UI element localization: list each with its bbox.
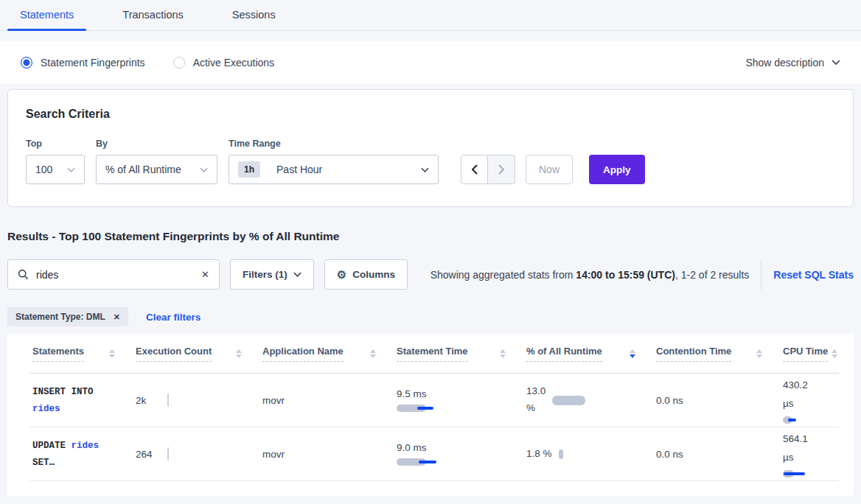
table-row: INSERT INTOrides2kmovr9.5 ms13.0%0.0 ns4… (29, 374, 839, 427)
statement-text: UPDATE (32, 441, 72, 451)
sort-icons[interactable] (500, 349, 506, 358)
cpu-time-cell: 564.1µs (780, 430, 839, 477)
clear-filters-link[interactable]: Clear filters (146, 312, 201, 323)
remove-filter-icon[interactable]: ✕ (114, 312, 120, 322)
pct-runtime-bar (552, 396, 585, 405)
application-name-cell: movr (259, 395, 394, 406)
column-header-contention-time[interactable]: Contention Time (653, 346, 780, 362)
by-select[interactable]: % of All Runtime (96, 155, 217, 184)
prev-time-button[interactable] (461, 155, 488, 184)
sort-asc-icon (370, 349, 376, 353)
statement-cell: UPDATE ridesSET… (29, 437, 133, 470)
results-heading: Results - Top 100 Statement Fingerprints… (7, 230, 854, 243)
search-input[interactable]: rides ✕ (7, 259, 220, 290)
sort-desc-icon (832, 354, 837, 358)
show-description-toggle[interactable]: Show description (745, 57, 840, 69)
sort-icons[interactable] (236, 349, 242, 358)
statement-time-bar (397, 405, 442, 412)
sort-icons[interactable] (832, 349, 837, 358)
column-header-statements[interactable]: Statements (29, 346, 133, 362)
execution-count-cell: 2k (133, 395, 259, 406)
cpu-time-value: 430.2µs (783, 377, 839, 413)
by-label: By (96, 139, 217, 149)
statement-link[interactable]: rides (72, 441, 100, 451)
radio-label: Statement Fingerprints (41, 57, 145, 69)
cpu-time-bar (783, 470, 818, 477)
by-value: % of All Runtime (105, 164, 181, 175)
chevron-down-icon (67, 167, 75, 172)
statement-link[interactable]: rides (32, 404, 60, 414)
gear-icon: ⚙ (337, 269, 346, 280)
columns-button[interactable]: ⚙ Columns (324, 259, 408, 290)
search-icon (18, 269, 29, 280)
column-header-cpu-time[interactable]: CPU Time (780, 346, 839, 362)
bar-mean-marker (788, 419, 796, 421)
time-range-label: Time Range (229, 139, 439, 149)
tab-statements[interactable]: Statements (7, 0, 86, 30)
time-nav-group (461, 155, 515, 184)
chevron-down-icon (421, 167, 429, 172)
contention-time-cell: 0.0 ns (653, 449, 780, 460)
top-select[interactable]: 100 (26, 155, 85, 184)
chevron-down-icon (200, 167, 208, 172)
apply-button[interactable]: Apply (589, 155, 645, 184)
radio-active-executions[interactable]: Active Executions (173, 57, 275, 69)
cpu-time-bar (783, 416, 818, 424)
search-value: rides (36, 269, 201, 281)
sort-icons[interactable] (756, 349, 762, 358)
columns-label: Columns (352, 269, 395, 280)
sort-asc-icon (630, 349, 635, 353)
clear-search-icon[interactable]: ✕ (201, 269, 209, 280)
sort-asc-icon (109, 349, 115, 353)
radio-selected-icon (21, 57, 32, 69)
column-header-execution-count[interactable]: Execution Count (133, 346, 259, 362)
column-header-label: Execution Count (136, 346, 212, 362)
tab-transactions[interactable]: Transactions (110, 0, 195, 30)
top-tabbar: Statements Transactions Sessions (0, 0, 861, 31)
column-header-label: Statement Time (397, 346, 468, 362)
sort-asc-icon (756, 349, 762, 353)
bar-mean-marker (417, 407, 433, 410)
view-toggle-bar: Statement Fingerprints Active Executions… (0, 41, 861, 83)
sort-desc-icon (370, 354, 376, 358)
execution-count-bar (167, 447, 169, 461)
sort-desc-icon (109, 354, 115, 358)
now-button[interactable]: Now (526, 155, 573, 184)
statement-text: INSERT INTO (32, 387, 94, 397)
statement-text: SET… (32, 458, 55, 468)
contention-time-value: 0.0 ns (656, 395, 683, 406)
filters-label: Filters (1) (243, 269, 287, 280)
filter-chip-label: Statement Type: DML (15, 312, 105, 322)
table-body: INSERT INTOrides2kmovr9.5 ms13.0%0.0 ns4… (29, 374, 839, 481)
sort-desc-icon (756, 354, 762, 358)
statement-time-cell: 9.5 ms (394, 388, 523, 412)
tab-sessions[interactable]: Sessions (220, 0, 288, 30)
reset-sql-stats-link[interactable]: Reset SQL Stats (773, 269, 854, 281)
sort-asc-icon (500, 349, 506, 353)
top-field: Top 100 (26, 139, 85, 184)
sort-asc-icon (236, 349, 242, 353)
next-time-button[interactable] (488, 155, 515, 184)
column-header-application-name[interactable]: Application Name (259, 346, 394, 362)
aggregated-stats-text: Showing aggregated stats from 14:00 to 1… (430, 269, 750, 281)
search-criteria-form: Top 100 By % of All Runtime Time Range 1… (26, 139, 835, 184)
execution-count-value: 2k (136, 395, 146, 406)
column-header-of-all-runtime[interactable]: % of All Runtime (523, 346, 653, 362)
sort-icons[interactable] (630, 349, 635, 358)
application-name-cell: movr (259, 449, 394, 460)
statement-cell: INSERT INTOrides (29, 383, 133, 416)
column-header-statement-time[interactable]: Statement Time (394, 346, 523, 362)
pct-runtime-value: 1.8 % (526, 446, 552, 463)
execution-count-cell: 264 (133, 449, 259, 460)
time-range-select[interactable]: 1h Past Hour (229, 155, 439, 184)
filters-button[interactable]: Filters (1) (230, 259, 314, 290)
table-header-row: StatementsExecution CountApplication Nam… (29, 334, 839, 374)
contention-time-cell: 0.0 ns (653, 395, 780, 406)
radio-statement-fingerprints[interactable]: Statement Fingerprints (21, 57, 145, 69)
column-header-label: Application Name (262, 346, 344, 362)
statement-time-value: 9.5 ms (397, 388, 427, 399)
sort-icons[interactable] (109, 349, 115, 358)
sort-icons[interactable] (370, 349, 376, 358)
statement-time-cell: 9.0 ms (394, 442, 523, 466)
sort-asc-icon (832, 349, 837, 353)
